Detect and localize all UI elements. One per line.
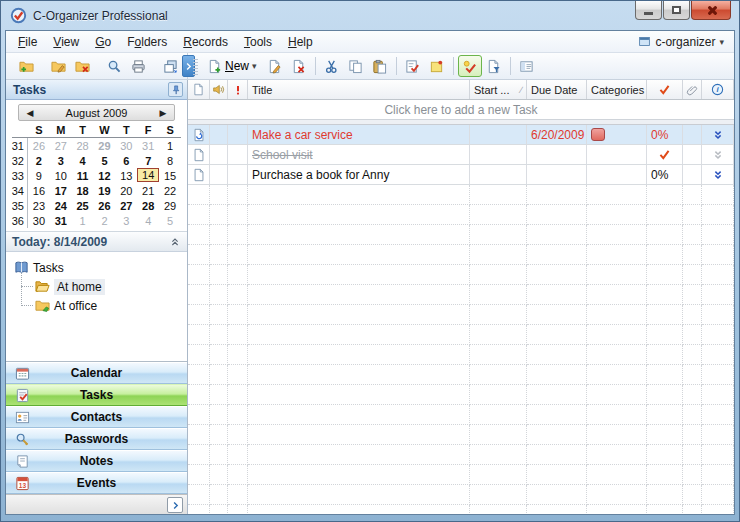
tree-root-tasks[interactable]: Tasks	[10, 258, 183, 277]
calendar-day[interactable]: 31	[137, 138, 159, 153]
calendar-next-button[interactable]: ▶	[152, 108, 174, 118]
calendar-day[interactable]: 23	[28, 198, 50, 213]
calendar-day[interactable]: 26	[28, 138, 50, 153]
calendar-day[interactable]: 22	[159, 183, 181, 198]
maximize-button[interactable]	[663, 1, 690, 20]
current-tasks-button[interactable]	[458, 55, 482, 77]
pin-panel-button[interactable]	[168, 82, 183, 97]
paste-button[interactable]	[368, 55, 392, 77]
calendar-day[interactable]: 2	[94, 213, 116, 228]
toolbar-grip[interactable]	[193, 57, 198, 75]
delete-record-button[interactable]	[287, 55, 311, 77]
column-header-categories[interactable]: Categories	[587, 80, 647, 99]
tree-item-at-office[interactable]: At office	[21, 296, 183, 315]
calendar-day[interactable]: 28	[72, 138, 94, 153]
calendar-day[interactable]: 27	[50, 138, 72, 153]
menu-tools[interactable]: Tools	[236, 33, 280, 51]
calendar-day[interactable]: 5	[159, 213, 181, 228]
calendar-day[interactable]: 20	[115, 183, 137, 198]
calendar-day[interactable]: 27	[115, 198, 137, 213]
calendar-day[interactable]: 10	[50, 168, 72, 183]
column-header-complete[interactable]	[647, 80, 683, 99]
column-header-attachment[interactable]	[683, 80, 702, 99]
calendar-day[interactable]: 11	[72, 168, 94, 183]
calendar-day[interactable]: 4	[72, 153, 94, 168]
calendar-day[interactable]: 4	[137, 213, 159, 228]
menu-go[interactable]: Go	[87, 33, 119, 51]
new-folder-button[interactable]	[14, 55, 38, 77]
column-header-priority[interactable]	[228, 80, 248, 99]
filter-button[interactable]	[482, 55, 506, 77]
calendar-day[interactable]: 18	[72, 183, 94, 198]
calendar-day[interactable]: 30	[28, 213, 50, 228]
add-new-task-row[interactable]: Click here to add a new Task	[188, 100, 734, 120]
cut-button[interactable]	[320, 55, 344, 77]
new-record-button[interactable]: New▾	[201, 55, 263, 77]
calendar-day[interactable]: 14	[137, 168, 159, 182]
search-button[interactable]	[102, 55, 126, 77]
panels-button[interactable]	[158, 55, 182, 77]
menu-file[interactable]: File	[10, 33, 45, 51]
nav-tasks-button[interactable]: Tasks	[6, 384, 187, 406]
nav-passwords-button[interactable]: Passwords	[6, 428, 187, 450]
task-row[interactable]: Make a car service6/20/20090%	[188, 125, 734, 145]
calendar-day[interactable]: 13	[115, 168, 137, 183]
today-bar[interactable]: Today: 8/14/2009	[6, 232, 187, 252]
expand-note-chevron-icon[interactable]	[712, 129, 724, 141]
delete-folder-button[interactable]	[70, 55, 94, 77]
tree-item-at-home[interactable]: At home	[21, 277, 183, 296]
completed-tasks-button[interactable]	[401, 55, 425, 77]
title-bar[interactable]: C-Organizer Professional	[1, 1, 739, 30]
column-header-info[interactable]: i	[702, 80, 734, 99]
task-row[interactable]: School visit	[188, 145, 734, 165]
column-header-alarm[interactable]	[210, 80, 228, 99]
column-header-start-date[interactable]: Start ...∕	[470, 80, 527, 99]
edit-folder-button[interactable]	[46, 55, 70, 77]
calendar-day[interactable]: 6	[115, 153, 137, 168]
calendar-day[interactable]: 3	[115, 213, 137, 228]
copy-button[interactable]	[344, 55, 368, 77]
calendar-day[interactable]: 16	[28, 183, 50, 198]
c-organizer-menu[interactable]: c-organizer ▾	[632, 33, 730, 51]
calendar-day[interactable]: 12	[94, 168, 116, 183]
task-row[interactable]: Purchase a book for Anny0%	[188, 165, 734, 185]
column-header-type[interactable]	[188, 80, 210, 99]
calendar-day[interactable]: 2	[28, 153, 50, 168]
calendar-day[interactable]: 26	[94, 198, 116, 213]
calendar-day[interactable]: 3	[50, 153, 72, 168]
footer-more-button[interactable]	[167, 497, 183, 513]
calendar-day[interactable]: 15	[159, 168, 181, 183]
calendar-day[interactable]: 29	[94, 138, 116, 153]
calendar-day[interactable]: 31	[50, 213, 72, 228]
calendar-day[interactable]: 17	[50, 183, 72, 198]
nav-contacts-button[interactable]: Contacts	[6, 406, 187, 428]
calendar-prev-button[interactable]: ◀	[19, 108, 41, 118]
column-header-title[interactable]: Title	[248, 80, 470, 99]
minimize-button[interactable]	[635, 1, 662, 20]
nav-calendar-button[interactable]: Calendar	[6, 362, 187, 384]
nav-events-button[interactable]: 13Events	[6, 472, 187, 494]
nav-notes-button[interactable]: Notes	[6, 450, 187, 472]
expand-note-chevron-icon[interactable]	[712, 149, 724, 161]
calendar-day[interactable]: 25	[72, 198, 94, 213]
calendar-day[interactable]: 8	[159, 153, 181, 168]
calendar-day[interactable]: 28	[137, 198, 159, 213]
calendar-day[interactable]: 21	[137, 183, 159, 198]
calendar-day[interactable]: 30	[115, 138, 137, 153]
menu-help[interactable]: Help	[280, 33, 321, 51]
calendar-day[interactable]: 1	[72, 213, 94, 228]
collapse-chevron-icon[interactable]	[169, 236, 181, 248]
menu-view[interactable]: View	[45, 33, 87, 51]
calendar-day[interactable]: 1	[159, 138, 181, 153]
edit-record-button[interactable]	[263, 55, 287, 77]
calendar-day[interactable]: 24	[50, 198, 72, 213]
menu-folders[interactable]: Folders	[119, 33, 175, 51]
expand-note-chevron-icon[interactable]	[712, 169, 724, 181]
new-note-button[interactable]	[425, 55, 449, 77]
preview-pane-button[interactable]	[515, 55, 539, 77]
calendar-day[interactable]: 9	[28, 168, 50, 183]
print-button[interactable]	[126, 55, 150, 77]
calendar-day[interactable]: 5	[94, 153, 116, 168]
calendar-day[interactable]: 19	[94, 183, 116, 198]
close-button[interactable]	[691, 1, 731, 20]
